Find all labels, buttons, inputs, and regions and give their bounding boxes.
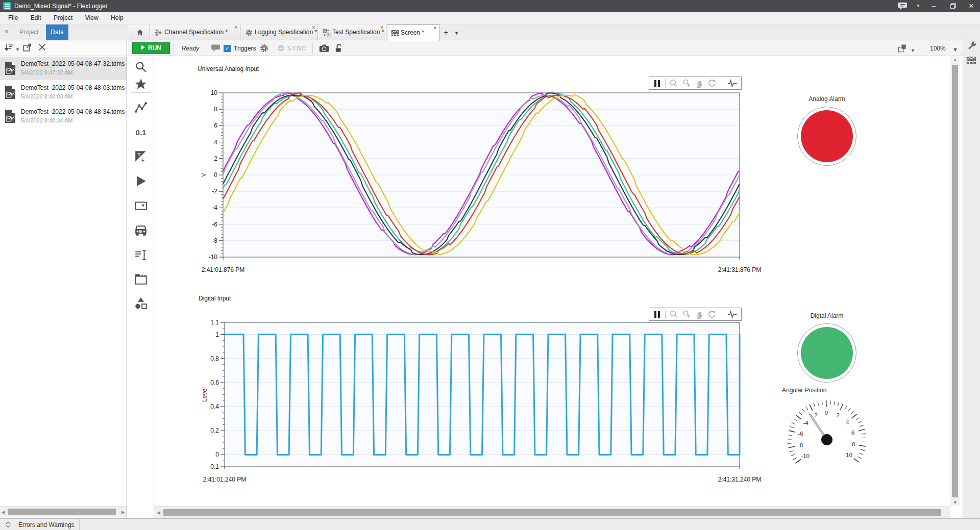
pan-hand-icon[interactable]: [694, 79, 704, 89]
open-external-icon[interactable]: [22, 43, 34, 54]
tab-home[interactable]: [129, 24, 150, 40]
zoom-tool-icon[interactable]: [669, 310, 679, 320]
menu-view[interactable]: View: [80, 12, 104, 21]
reset-zoom-icon[interactable]: [707, 79, 717, 89]
add-tab-button[interactable]: +: [444, 28, 448, 37]
pan-hand-icon[interactable]: [694, 310, 704, 320]
tab-project-files[interactable]: Project Files: [13, 24, 45, 40]
main-horizontal-scrollbar[interactable]: ◀: [154, 506, 950, 518]
tab-logging-specification[interactable]: Logging Specification * ✕: [241, 24, 318, 40]
scroll-right-icon[interactable]: ▶: [121, 510, 125, 515]
scroll-down-icon[interactable]: ▼: [953, 500, 958, 505]
screenshot-camera-icon[interactable]: [319, 43, 329, 53]
scrollbar-thumb[interactable]: [952, 65, 958, 497]
text-entry-icon[interactable]: [134, 248, 148, 262]
triggers-checkbox[interactable]: ✓: [224, 45, 231, 52]
zoom-level-caret-icon[interactable]: ▼: [952, 46, 958, 53]
feedback-caret-icon[interactable]: ▼: [910, 0, 927, 12]
tdms-file-row[interactable]: DemoTest_2022-05-04-08-48-34.tdms5/4/202…: [0, 105, 127, 128]
file-date: 5/4/2022 8:48:34 AM: [21, 117, 73, 123]
close-tab-icon[interactable]: ✕: [311, 25, 315, 30]
comment-icon[interactable]: [211, 43, 221, 53]
tab-screen[interactable]: Screen * ✕: [387, 24, 439, 41]
zoom-level-label[interactable]: 100%: [930, 45, 946, 52]
analog-chart-toolbar: [649, 77, 742, 90]
triggers-label: Triggers: [234, 45, 256, 52]
shapes-icon[interactable]: [134, 297, 148, 310]
digital-alarm-lamp: [801, 327, 853, 379]
tab-test-specification[interactable]: Test Specification * ✕: [318, 24, 386, 40]
digital-chart[interactable]: 1.110.80.60.40.20-0.1Level2:41:01.240 PM…: [202, 315, 766, 491]
chart-panel-icon[interactable]: [966, 55, 977, 66]
close-tab-icon[interactable]: ✕: [433, 26, 437, 31]
zoom-axis-icon[interactable]: [681, 79, 692, 89]
close-tab-icon[interactable]: ✕: [234, 25, 238, 30]
container-group-icon[interactable]: [134, 272, 148, 286]
svg-text:-10: -10: [209, 254, 218, 261]
search-palette-icon[interactable]: [134, 60, 148, 73]
graph-item-icon[interactable]: [134, 101, 148, 114]
svg-text:-0.1: -0.1: [208, 463, 219, 470]
tdms-file-row[interactable]: DemoTest_2022-05-04-08-47-32.tdms5/4/202…: [0, 57, 127, 80]
menu-edit[interactable]: Edit: [26, 12, 46, 21]
scroll-left-icon[interactable]: ◀: [2, 510, 5, 515]
pause-icon[interactable]: [652, 79, 663, 89]
restore-button[interactable]: [944, 0, 962, 12]
reset-zoom-icon[interactable]: [707, 310, 717, 320]
close-tab-icon[interactable]: ✕: [380, 25, 384, 30]
tdms-file-row[interactable]: DemoTest_2022-05-04-08-48-03.tdms5/4/202…: [0, 81, 127, 104]
scrollbar-thumb[interactable]: [8, 509, 116, 515]
tab-label: Test Specification *: [332, 29, 384, 36]
zoom-tool-icon[interactable]: [669, 79, 679, 89]
collapse-panel-button[interactable]: «: [1, 28, 12, 38]
data-panel-toolbar: ▼: [0, 40, 127, 56]
favorites-star-icon[interactable]: [134, 78, 148, 91]
lock-icon[interactable]: [334, 43, 344, 53]
errors-warnings-label[interactable]: Errors and Warnings: [18, 521, 75, 528]
tab-data[interactable]: Data: [46, 24, 68, 40]
menu-project[interactable]: Project: [48, 12, 78, 21]
screens-layout-icon[interactable]: [897, 43, 908, 53]
file-name: DemoTest_2022-05-04-08-47-32.tdms: [21, 60, 125, 67]
run-button[interactable]: RUN: [132, 42, 170, 54]
digital-alarm-indicator: Digtal Alarm: [791, 312, 863, 383]
svg-text:-8: -8: [798, 442, 803, 448]
expand-panel-icon[interactable]: [5, 521, 11, 528]
tab-channel-specification[interactable]: Channel Specification * ✕: [151, 24, 240, 40]
svg-text:Level: Level: [202, 387, 208, 402]
menu-file[interactable]: File: [3, 12, 23, 21]
add-tab-caret-icon[interactable]: ▼: [454, 31, 459, 36]
close-button[interactable]: ✕: [963, 0, 980, 12]
feedback-bubble-icon[interactable]: [894, 0, 912, 12]
scrollbar-thumb[interactable]: [163, 509, 941, 516]
screens-layout-caret-icon[interactable]: ▼: [911, 48, 915, 53]
menu-help[interactable]: Help: [106, 12, 129, 21]
autoscale-signal-icon[interactable]: [727, 79, 738, 89]
test-icon: [323, 29, 331, 37]
channel-icon: [155, 29, 163, 37]
zoom-axis-icon[interactable]: [681, 310, 692, 320]
minimize-button[interactable]: –: [925, 0, 942, 12]
run-control-icon[interactable]: [134, 174, 148, 188]
svg-text:-2: -2: [212, 188, 217, 195]
digital-chart-title: Digital Input: [199, 295, 231, 302]
left-panel-horizontal-scrollbar[interactable]: ◀ ▶: [0, 506, 127, 517]
svg-text:0.4: 0.4: [210, 403, 219, 410]
configuration-wrench-icon[interactable]: [966, 41, 977, 52]
svg-text:F: F: [141, 157, 144, 163]
autoscale-signal-icon[interactable]: [727, 310, 738, 320]
analog-chart[interactable]: 1086420-2-4-6-8-10V2:41:01.876 PM2:41:31…: [202, 86, 766, 282]
delete-file-icon[interactable]: [38, 43, 49, 54]
scroll-up-icon[interactable]: ▲: [953, 57, 958, 62]
numeric-indicator-icon[interactable]: 0.1: [134, 126, 148, 139]
boolean-tf-icon[interactable]: TF: [134, 150, 148, 163]
sort-files-icon[interactable]: [4, 43, 15, 54]
main-vertical-scrollbar[interactable]: ▲ ▼: [950, 56, 960, 506]
pause-icon[interactable]: [652, 310, 663, 320]
dropdown-control-icon[interactable]: [134, 199, 148, 213]
scroll-left-icon[interactable]: ◀: [157, 510, 160, 515]
vehicle-jeep-icon[interactable]: [134, 224, 148, 237]
triggers-gear-icon[interactable]: [259, 43, 270, 53]
sort-files-caret-icon[interactable]: ▼: [15, 47, 20, 52]
svg-text:V: V: [202, 173, 207, 177]
